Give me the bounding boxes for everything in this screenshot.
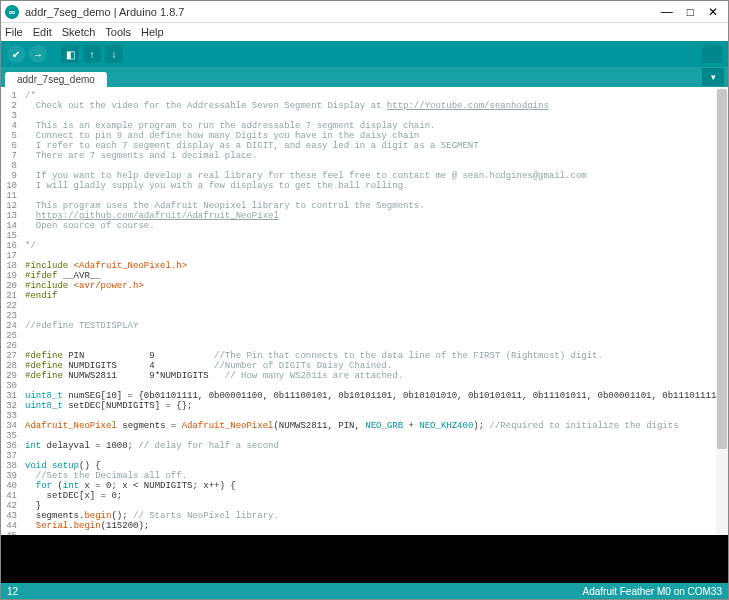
code-line[interactable] <box>25 341 724 351</box>
line-number: 17 <box>1 251 17 261</box>
code-line[interactable] <box>25 161 724 171</box>
code-line[interactable] <box>25 451 724 461</box>
code-line[interactable]: //#define TESTDISPLAY <box>25 321 724 331</box>
line-number: 41 <box>1 491 17 501</box>
line-number: 38 <box>1 461 17 471</box>
code-line[interactable]: } <box>25 501 724 511</box>
code-line[interactable]: I refer to each 7 segment display as a D… <box>25 141 724 151</box>
menu-file[interactable]: File <box>5 26 23 38</box>
code-line[interactable]: #define NUMWS2811 9*NUMDIGITS // How man… <box>25 371 724 381</box>
code-line[interactable] <box>25 331 724 341</box>
line-number: 37 <box>1 451 17 461</box>
code-line[interactable]: There are 7 segments and 1 decimal place… <box>25 151 724 161</box>
line-number: 9 <box>1 171 17 181</box>
open-button[interactable]: ↑ <box>83 45 101 63</box>
upload-button[interactable]: → <box>29 45 47 63</box>
console-output <box>1 535 728 583</box>
code-line[interactable] <box>25 411 724 421</box>
line-number: 40 <box>1 481 17 491</box>
code-editor[interactable]: 1234567891011121314151617181920212223242… <box>1 87 728 535</box>
line-number: 23 <box>1 311 17 321</box>
code-line[interactable]: int delayval = 1000; // delay for half a… <box>25 441 724 451</box>
code-line[interactable]: If you want to help develop a real libra… <box>25 171 724 181</box>
minimize-button[interactable]: — <box>661 6 673 18</box>
code-line[interactable] <box>25 251 724 261</box>
save-button[interactable]: ↓ <box>105 45 123 63</box>
code-line[interactable]: //Sets the Decimals all off. <box>25 471 724 481</box>
line-number: 44 <box>1 521 17 531</box>
line-number: 45 <box>1 531 17 535</box>
line-number: 6 <box>1 141 17 151</box>
line-number: 8 <box>1 161 17 171</box>
new-button[interactable]: ◧ <box>61 45 79 63</box>
line-number: 21 <box>1 291 17 301</box>
code-line[interactable]: I will gladly supply you with a few disp… <box>25 181 724 191</box>
line-number: 12 <box>1 201 17 211</box>
menu-sketch[interactable]: Sketch <box>62 26 96 38</box>
code-line[interactable]: #define PIN 9 //The Pin that connects to… <box>25 351 724 361</box>
code-line[interactable]: setDEC[x] = 0; <box>25 491 724 501</box>
close-button[interactable]: ✕ <box>708 6 718 18</box>
line-number: 25 <box>1 331 17 341</box>
line-number: 33 <box>1 411 17 421</box>
line-number: 30 <box>1 381 17 391</box>
line-number: 10 <box>1 181 17 191</box>
code-line[interactable]: #include <Adafruit_NeoPixel.h> <box>25 261 724 271</box>
tab-sketch[interactable]: addr_7seg_demo <box>5 72 107 87</box>
code-line[interactable]: This program uses the Adafruit Neopixel … <box>25 201 724 211</box>
menu-tools[interactable]: Tools <box>105 26 131 38</box>
code-line[interactable]: #ifdef __AVR__ <box>25 271 724 281</box>
serial-monitor-button[interactable] <box>702 45 722 63</box>
code-line[interactable] <box>25 191 724 201</box>
code-line[interactable]: Serial.begin(115200); <box>25 521 724 531</box>
window-title: addr_7seg_demo | Arduino 1.8.7 <box>25 6 661 18</box>
status-board-port: Adafruit Feather M0 on COM33 <box>582 586 722 597</box>
line-gutter: 1234567891011121314151617181920212223242… <box>1 87 21 535</box>
code-line[interactable]: uint8_t setDEC[NUMDIGITS] = {}; <box>25 401 724 411</box>
code-line[interactable]: uint8_t numSEG[10] = {0b01101111, 0b0000… <box>25 391 724 401</box>
line-number: 29 <box>1 371 17 381</box>
maximize-button[interactable]: □ <box>687 6 694 18</box>
line-number: 42 <box>1 501 17 511</box>
code-line[interactable]: #include <avr/power.h> <box>25 281 724 291</box>
titlebar[interactable]: ∞ addr_7seg_demo | Arduino 1.8.7 — □ ✕ <box>1 1 728 23</box>
code-line[interactable] <box>25 431 724 441</box>
line-number: 36 <box>1 441 17 451</box>
line-number: 13 <box>1 211 17 221</box>
scrollbar-thumb[interactable] <box>717 89 727 449</box>
menu-help[interactable]: Help <box>141 26 164 38</box>
code-line[interactable]: void setup() { <box>25 461 724 471</box>
vertical-scrollbar[interactable] <box>716 87 728 535</box>
code-line[interactable]: Adafruit_NeoPixel segments = Adafruit_Ne… <box>25 421 724 431</box>
code-line[interactable] <box>25 381 724 391</box>
menu-edit[interactable]: Edit <box>33 26 52 38</box>
line-number: 27 <box>1 351 17 361</box>
code-line[interactable] <box>25 301 724 311</box>
code-line[interactable]: Check out the video for the Addressable … <box>25 101 724 111</box>
code-line[interactable] <box>25 231 724 241</box>
line-number: 14 <box>1 221 17 231</box>
code-area[interactable]: /* Check out the video for the Addressab… <box>21 87 728 535</box>
code-line[interactable]: #define NUMDIGITS 4 //Number of DIGITs D… <box>25 361 724 371</box>
code-line[interactable] <box>25 111 724 121</box>
statusbar: 12 Adafruit Feather M0 on COM33 <box>1 583 728 599</box>
code-line[interactable]: This is an example program to run the ad… <box>25 121 724 131</box>
code-line[interactable]: Connect to pin 9 and define how many Dig… <box>25 131 724 141</box>
code-line[interactable] <box>25 311 724 321</box>
code-line[interactable]: Open source of course. <box>25 221 724 231</box>
line-number: 32 <box>1 401 17 411</box>
line-number: 1 <box>1 91 17 101</box>
code-line[interactable] <box>25 531 724 535</box>
code-line[interactable]: https://github.com/adafruit/Adafruit_Neo… <box>25 211 724 221</box>
line-number: 39 <box>1 471 17 481</box>
line-number: 3 <box>1 111 17 121</box>
verify-button[interactable]: ✔ <box>7 45 25 63</box>
code-line[interactable]: /* <box>25 91 724 101</box>
code-line[interactable]: #endif <box>25 291 724 301</box>
code-line[interactable]: segments.begin(); // Starts NeoPixel lib… <box>25 511 724 521</box>
line-number: 7 <box>1 151 17 161</box>
code-line[interactable]: for (int x = 0; x < NUMDIGITS; x++) { <box>25 481 724 491</box>
code-line[interactable]: */ <box>25 241 724 251</box>
tab-menu-button[interactable]: ▾ <box>702 68 724 86</box>
line-number: 15 <box>1 231 17 241</box>
